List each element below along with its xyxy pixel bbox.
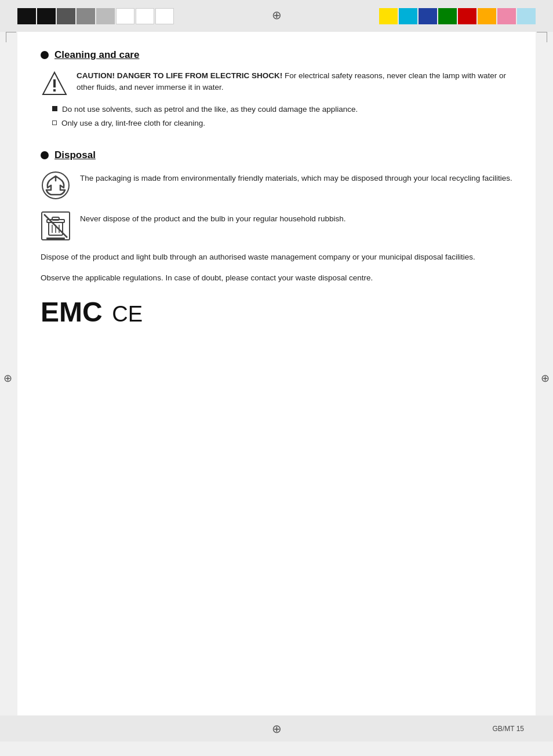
recycle-icon <box>41 170 71 200</box>
bullet-item-solvents: Do not use solvents, such as petrol and … <box>52 104 512 115</box>
svg-rect-1 <box>53 79 56 87</box>
page-number: GB/MT 15 <box>493 725 524 733</box>
cleaning-care-heading: Cleaning and care <box>41 49 512 61</box>
block-pink <box>497 8 516 24</box>
warning-icon <box>41 70 68 98</box>
disposal-text-packaging: The packaging is made from environmental… <box>80 170 512 184</box>
no-dispose-icon <box>41 211 71 241</box>
caution-bold-text: CAUTION! DANGER TO LIFE FROM ELECTRIC SH… <box>77 71 282 80</box>
bullet-item-cloth: Only use a dry, lint-free cloth for clea… <box>52 118 512 129</box>
svg-rect-7 <box>52 217 59 220</box>
block-orange <box>478 8 496 24</box>
bullet-hollow-icon <box>52 120 57 125</box>
paragraph-waste-management: Dispose of the product and light bulb th… <box>41 251 512 263</box>
block-yellow <box>379 8 398 24</box>
cleaning-bullet-list: Do not use solvents, such as petrol and … <box>52 104 512 129</box>
corner-mark-tr <box>537 32 547 42</box>
block-dark <box>57 8 75 24</box>
block-blue <box>419 8 437 24</box>
block-white-2 <box>136 8 154 24</box>
block-white-1 <box>116 8 134 24</box>
disposal-item-recycle: The packaging is made from environmental… <box>41 170 512 200</box>
cleaning-care-title: Cleaning and care <box>54 49 139 61</box>
color-blocks-right <box>379 8 536 24</box>
block-lightblue <box>517 8 536 24</box>
crosshair-left: ⊕ <box>3 372 12 385</box>
block-black-1 <box>17 8 36 24</box>
disposal-text-nodispose: Never dispose of the product and the bul… <box>80 211 346 225</box>
paragraph-regulations: Observe the applicable regulations. In c… <box>41 272 512 284</box>
corner-mark-tl <box>6 32 16 42</box>
svg-rect-2 <box>53 89 56 92</box>
emc-section: EMC CE <box>41 296 512 328</box>
emc-label: EMC <box>41 297 103 327</box>
block-green <box>438 8 457 24</box>
block-black-2 <box>37 8 56 24</box>
disposal-item-nodispose: Never dispose of the product and the bul… <box>41 211 512 241</box>
caution-block: CAUTION! DANGER TO LIFE FROM ELECTRIC SH… <box>41 70 512 98</box>
ce-label: CE <box>106 302 143 326</box>
bullet-square-icon <box>52 106 57 111</box>
bullet-text-cloth: Only use a dry, lint-free cloth for clea… <box>61 118 205 129</box>
bottom-bar: ⊕ GB/MT 15 <box>0 715 553 742</box>
top-bar: ⊕ <box>0 0 553 32</box>
caution-text: CAUTION! DANGER TO LIFE FROM ELECTRIC SH… <box>77 70 512 93</box>
block-white-3 <box>155 8 174 24</box>
block-gray <box>77 8 95 24</box>
page-content: Cleaning and care CAUTION! DANGER TO LIF… <box>17 32 536 715</box>
color-blocks-left <box>17 8 174 24</box>
section-gap-1 <box>41 133 512 149</box>
bullet-text-solvents: Do not use solvents, such as petrol and … <box>62 104 358 115</box>
block-light <box>96 8 115 24</box>
bullet-dot-disposal <box>41 151 49 159</box>
bullet-dot-cleaning <box>41 51 49 59</box>
crosshair-right: ⊕ <box>541 372 550 385</box>
block-cyan <box>399 8 417 24</box>
disposal-heading: Disposal <box>41 149 512 161</box>
svg-rect-12 <box>46 238 65 239</box>
crosshair-bottom: ⊕ <box>272 722 282 736</box>
block-red <box>458 8 476 24</box>
disposal-title: Disposal <box>54 149 96 161</box>
crosshair-top: ⊕ <box>272 8 282 22</box>
